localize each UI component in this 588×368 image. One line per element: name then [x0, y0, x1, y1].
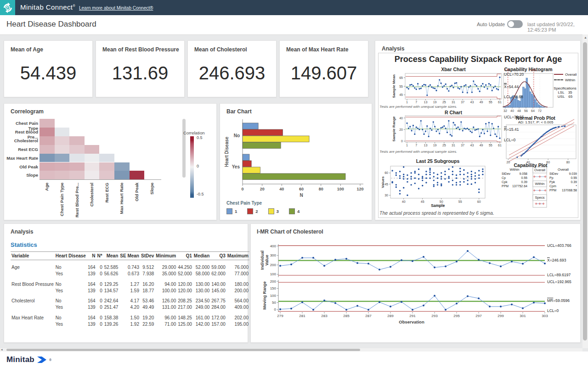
- svg-text:19: 19: [433, 144, 437, 147]
- correlogram-card: Correlogram Chest Pain TypeRest Blood Pr…: [4, 103, 217, 220]
- correlogram-col-label: Cholesterol: [89, 183, 94, 218]
- svg-text:281: 281: [299, 314, 305, 318]
- correlogram-row-label: Old Peak: [5, 164, 38, 169]
- svg-text:Moving Range: Moving Range: [262, 281, 267, 310]
- auto-update-toggle[interactable]: [507, 20, 523, 28]
- correlogram-scrollbar[interactable]: [182, 119, 186, 178]
- footer-registered-mark: ®: [49, 358, 51, 362]
- colorbar-tick: -0.5: [197, 192, 204, 196]
- within-stats: StDev9.058Cp0.55Cpk0.39PPM137752.64: [502, 172, 527, 189]
- last25-title: Last 25 Subgroups: [390, 158, 485, 164]
- horizontal-scrollbar-thumb[interactable]: [6, 349, 360, 351]
- stats-column-header: Variable: [11, 252, 55, 260]
- correlogram-cell: [40, 145, 55, 154]
- specifications-title: Specifications: [552, 86, 578, 90]
- svg-text:400: 400: [270, 244, 277, 248]
- stats-table-row: Yes139056.6260.6737.93835.00052.00058.00…: [11, 271, 249, 277]
- correlogram-col-label: Old Peak: [134, 183, 139, 218]
- minitab-footer-logo: Minitab ®: [6, 355, 51, 364]
- vertical-scrollbar-thumb[interactable]: [583, 42, 587, 340]
- specifications-block: Specifications LSL35 USL65: [552, 86, 578, 99]
- correlogram-cell: [99, 162, 114, 171]
- last-updated-text: last updated 9/20/22, 12:45:23 PM: [527, 22, 588, 33]
- scroll-up-arrow-icon[interactable]: ▲: [584, 36, 587, 39]
- cap-stat-row: StDev9.039: [549, 172, 577, 176]
- kpi-label: Mean of Rest Blood Pressure: [102, 46, 179, 53]
- page-footer: Minitab ®: [0, 351, 588, 368]
- svg-text:30: 30: [384, 194, 388, 197]
- cap-stat-row: Pp0.55: [549, 176, 577, 180]
- spec-lsl-row: LSL35: [552, 90, 578, 95]
- svg-text:55: 55: [399, 85, 403, 88]
- imr-ucl-label: UCL=403.766: [547, 243, 571, 248]
- svg-text:No: No: [234, 133, 240, 138]
- statistics-table: VariableHeart DiseaseNN*MeanSE MeanStDev…: [11, 251, 242, 327]
- imr-graphics: 1002003004000501001502002792812832852872…: [251, 224, 580, 342]
- xbar-lcl-label: LCL=38.68: [504, 95, 523, 99]
- svg-text:Sample Mean: Sample Mean: [392, 74, 396, 98]
- mr-lcl-label: LCL=0: [547, 308, 559, 313]
- sample-axis-label: Sample: [390, 203, 485, 208]
- bar-legend-item: 3: [268, 208, 279, 214]
- svg-text:55: 55: [458, 200, 462, 203]
- imr-chart-card: I-MR Chart of Cholesterol 10020030040005…: [250, 223, 581, 343]
- correlogram-col-label: Rest Blood Pre...: [74, 183, 79, 218]
- statistics-data-table: VariableHeart DiseaseNN*MeanSE MeanStDev…: [11, 251, 249, 327]
- correlogram-cell: [69, 171, 85, 179]
- correlogram-cell: [55, 145, 70, 154]
- correlogram-cell: [85, 171, 100, 179]
- svg-text:287: 287: [365, 314, 372, 318]
- svg-text:43: 43: [470, 144, 474, 147]
- svg-text:56: 56: [524, 109, 528, 112]
- svg-text:299: 299: [498, 314, 504, 318]
- correlation-legend-title: Correlation: [183, 130, 215, 135]
- within-column-header: Within: [502, 167, 527, 172]
- minitab-connect-logo: [0, 0, 15, 15]
- correlogram-axis: [40, 179, 161, 180]
- cap-stat-row: Cpk0.39: [502, 180, 527, 184]
- svg-text:300: 300: [270, 253, 277, 257]
- svg-text:13: 13: [424, 100, 428, 104]
- colorbar-tick: 0.5: [197, 135, 203, 140]
- svg-text:Heart Disease: Heart Disease: [224, 136, 229, 167]
- r-chart-note: Tests are performed with unequal sample …: [379, 150, 457, 154]
- svg-text:303: 303: [542, 314, 548, 318]
- svg-text:20: 20: [399, 128, 403, 131]
- svg-text:45: 45: [399, 93, 403, 96]
- sixpack-analysis-card: Analysis Process Capability Sixpack Repo…: [375, 40, 581, 220]
- auto-update-label: Auto Update: [477, 22, 505, 27]
- brand-registered-mark: ®: [73, 4, 75, 7]
- observation-axis-label: Observation: [278, 319, 545, 324]
- correlogram-cell: [99, 171, 114, 179]
- correlation-colorbar: [190, 136, 194, 198]
- svg-text:40: 40: [402, 200, 406, 203]
- scroll-left-arrow-icon[interactable]: ◂: [1, 348, 3, 351]
- cap-stat-row: PPM137752.64: [502, 184, 527, 189]
- svg-text:25: 25: [442, 100, 446, 104]
- bar-legend-title: Chest Pain Type: [226, 201, 262, 206]
- svg-text:40: 40: [399, 117, 403, 120]
- svg-text:80: 80: [566, 161, 570, 164]
- r-center-label: R=15.41: [504, 127, 519, 132]
- svg-text:13: 13: [424, 144, 428, 147]
- svg-text:7: 7: [415, 100, 417, 104]
- footer-brand-text: Minitab: [6, 355, 34, 364]
- svg-text:55: 55: [489, 100, 492, 104]
- legend-within: Within: [554, 77, 577, 83]
- correlogram-cell: [69, 162, 85, 171]
- xbar-center-label: X=54.44: [504, 83, 519, 89]
- correlogram-cell: [55, 136, 70, 145]
- stats-column-header: Q3: [210, 252, 226, 260]
- stats-column-header: Maximum: [226, 252, 249, 260]
- correlogram-cell: [40, 119, 55, 128]
- svg-text:1: 1: [406, 100, 408, 104]
- correlogram-cell: [85, 154, 100, 162]
- analysis-card-title: Analysis: [11, 229, 33, 235]
- learn-more-link[interactable]: Learn more about Minitab Connect®: [79, 6, 153, 11]
- correlogram-cell: [99, 154, 114, 162]
- svg-text:150: 150: [270, 286, 277, 290]
- svg-text:60: 60: [384, 171, 388, 174]
- kpi-value: 131.69: [96, 63, 184, 84]
- page-header: Heart Disease Dashboard Auto Update last…: [0, 15, 588, 35]
- minitab-arrow-icon: [37, 356, 47, 364]
